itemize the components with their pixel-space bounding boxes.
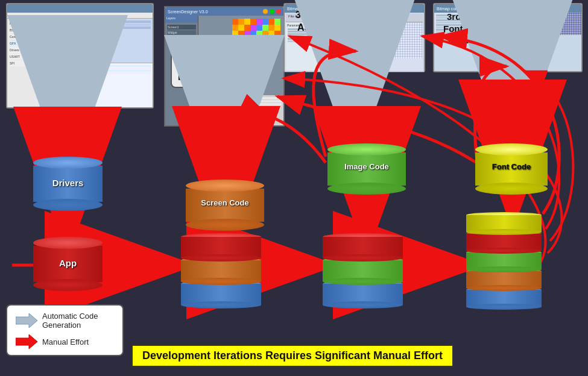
mplab-title-bar	[7, 4, 153, 13]
manual-arrow-icon	[16, 334, 37, 349]
font-code-cylinder: Font Code	[475, 143, 548, 198]
screen-stack	[181, 233, 261, 309]
font-asset-label: 3rd PartyFont AssetManager	[443, 11, 490, 46]
app-cylinder: App	[33, 237, 103, 294]
mplab-label: MPLABHarmonyConfigurator	[31, 18, 107, 67]
image-stack	[323, 233, 403, 309]
svg-marker-18	[16, 334, 37, 349]
font-pixel-grid	[521, 13, 581, 35]
auto-arrow-icon	[16, 313, 37, 328]
main-container: Harmony BSP Core GFX Drivers USART SPI	[0, 0, 588, 376]
legend-box: Automatic CodeGeneration Manual Effort	[6, 304, 124, 356]
screen-designer-label: 3rd PartyScreenDesigner Tool	[171, 45, 241, 88]
image-asset-label: 3rd Party ImageAsset Manager	[296, 9, 368, 34]
manual-label: Manual Effort	[42, 337, 89, 346]
screen-code-cylinder: Screen Code	[186, 180, 264, 234]
bottom-banner: Development Iterations Requires Signific…	[131, 345, 454, 367]
auto-label: Automatic CodeGeneration	[42, 312, 98, 330]
bottom-banner-text: Development Iterations Requires Signific…	[142, 349, 443, 362]
image-pixel-grid	[369, 22, 423, 58]
drivers-cylinder: Drivers	[33, 157, 103, 214]
font-stack	[466, 212, 542, 310]
image-code-cylinder: Image Code	[327, 143, 406, 198]
svg-marker-17	[16, 313, 37, 328]
